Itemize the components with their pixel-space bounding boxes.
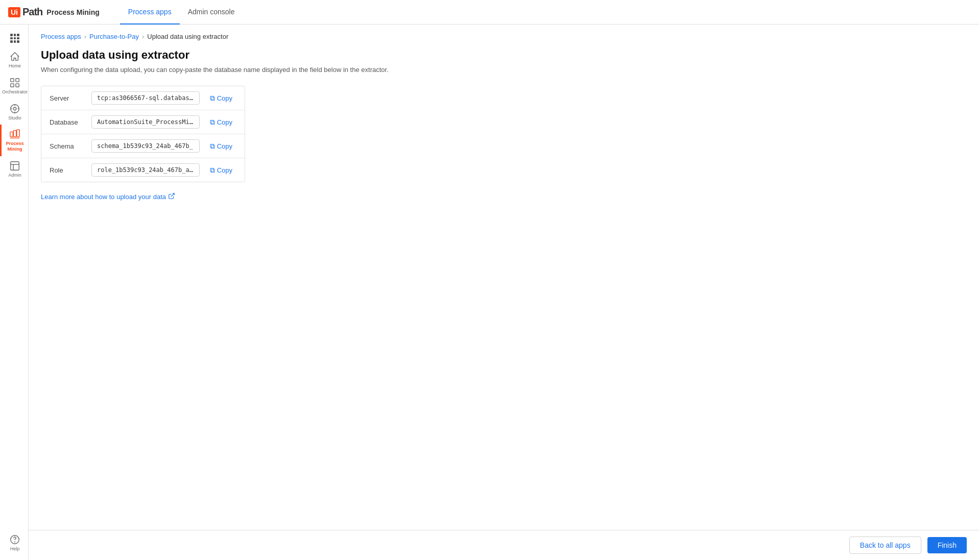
logo-path-text: Path: [22, 6, 42, 18]
uipath-logo: Ui Path: [8, 6, 42, 18]
sidebar-label-help: Help: [10, 546, 20, 552]
content-area: Process apps › Purchase-to-Pay › Upload …: [29, 25, 979, 560]
learn-more-link[interactable]: Learn more about how to upload your data: [41, 192, 967, 201]
label-schema: Schema: [50, 142, 85, 150]
sidebar: Home Orchestrator Studio: [0, 25, 29, 560]
breadcrumb-process-apps[interactable]: Process apps: [41, 33, 81, 40]
svg-rect-10: [10, 132, 13, 137]
process-mining-icon: [9, 129, 20, 140]
sidebar-label-orchestrator: Orchestrator: [2, 89, 28, 95]
sidebar-item-home[interactable]: Home: [0, 47, 28, 73]
copy-role-button[interactable]: ⧉ Copy: [206, 164, 236, 177]
copy-server-label: Copy: [217, 94, 232, 102]
breadcrumb-sep-2: ›: [142, 33, 144, 40]
value-schema: schema_1b539c93_24ab_467b_: [91, 139, 200, 153]
value-role: role_1b539c93_24ab_467b_a84: [91, 163, 200, 177]
copy-server-icon: ⧉: [210, 94, 215, 103]
content-inner: Process apps › Purchase-to-Pay › Upload …: [29, 25, 979, 530]
sidebar-item-help[interactable]: Help: [0, 530, 28, 556]
logo-area: Ui Path Process Mining: [8, 6, 100, 18]
svg-rect-11: [13, 131, 16, 137]
finish-button[interactable]: Finish: [927, 537, 967, 553]
table-row-database: Database AutomationSuite_ProcessMini ⧉ C…: [41, 110, 245, 134]
data-table: Server tcp:as3066567-sql.database.w ⧉ Co…: [41, 86, 245, 182]
breadcrumb: Process apps › Purchase-to-Pay › Upload …: [41, 33, 967, 40]
label-database: Database: [50, 118, 85, 126]
svg-line-19: [171, 193, 174, 197]
grid-icon: [10, 34, 19, 43]
copy-database-icon: ⧉: [210, 118, 215, 127]
logo-ui-icon: Ui: [8, 7, 20, 17]
svg-rect-3: [16, 84, 19, 87]
sidebar-label-admin: Admin: [8, 173, 21, 178]
learn-more-text: Learn more about how to upload your data: [41, 193, 166, 201]
copy-schema-button[interactable]: ⧉ Copy: [206, 140, 236, 153]
nav-tabs: Process apps Admin console: [120, 0, 243, 24]
value-database: AutomationSuite_ProcessMini: [91, 115, 200, 129]
sidebar-item-apps-grid[interactable]: [0, 29, 28, 47]
tab-process-apps[interactable]: Process apps: [120, 0, 180, 25]
svg-rect-12: [17, 130, 19, 137]
admin-icon: [9, 160, 20, 172]
orchestrator-icon: [9, 77, 20, 88]
label-server: Server: [50, 94, 85, 102]
studio-icon: [9, 103, 20, 114]
sidebar-label-home: Home: [9, 63, 21, 69]
table-row-schema: Schema schema_1b539c93_24ab_467b_ ⧉ Copy: [41, 134, 245, 158]
copy-database-label: Copy: [217, 118, 232, 126]
svg-rect-2: [11, 84, 14, 87]
sidebar-item-process-mining[interactable]: Process Mining: [0, 125, 28, 156]
external-link-icon: [168, 192, 175, 201]
copy-role-icon: ⧉: [210, 166, 215, 175]
main-layout: Home Orchestrator Studio: [0, 25, 979, 560]
footer: Back to all apps Finish: [29, 530, 979, 560]
copy-schema-label: Copy: [217, 142, 232, 150]
page-description: When configuring the data upload, you ca…: [41, 66, 967, 74]
sidebar-item-orchestrator[interactable]: Orchestrator: [0, 73, 28, 99]
breadcrumb-current: Upload data using extractor: [147, 33, 228, 40]
svg-rect-1: [16, 79, 19, 82]
sidebar-label-studio: Studio: [8, 115, 21, 121]
page-title: Upload data using extractor: [41, 48, 967, 62]
label-role: Role: [50, 166, 85, 174]
breadcrumb-sep-1: ›: [84, 33, 86, 40]
svg-rect-0: [11, 79, 14, 82]
svg-point-18: [15, 542, 15, 542]
sidebar-bottom: Help: [0, 530, 28, 560]
svg-rect-14: [11, 162, 19, 171]
sidebar-item-admin[interactable]: Admin: [0, 156, 28, 182]
breadcrumb-purchase-to-pay[interactable]: Purchase-to-Pay: [89, 33, 139, 40]
svg-point-5: [13, 107, 16, 110]
table-row-server: Server tcp:as3066567-sql.database.w ⧉ Co…: [41, 86, 245, 110]
copy-schema-icon: ⧉: [210, 142, 215, 151]
home-icon: [9, 51, 20, 62]
top-nav: Ui Path Process Mining Process apps Admi…: [0, 0, 979, 25]
copy-database-button[interactable]: ⧉ Copy: [206, 116, 236, 129]
value-server: tcp:as3066567-sql.database.w: [91, 91, 200, 105]
copy-role-label: Copy: [217, 166, 232, 174]
back-to-all-apps-button[interactable]: Back to all apps: [849, 537, 921, 554]
sidebar-item-studio[interactable]: Studio: [0, 99, 28, 125]
product-name: Process Mining: [46, 8, 99, 16]
table-row-role: Role role_1b539c93_24ab_467b_a84 ⧉ Copy: [41, 158, 245, 182]
sidebar-label-process-mining: Process Mining: [4, 141, 26, 152]
tab-admin-console[interactable]: Admin console: [180, 0, 243, 25]
copy-server-button[interactable]: ⧉ Copy: [206, 92, 236, 105]
help-icon: [9, 534, 20, 545]
